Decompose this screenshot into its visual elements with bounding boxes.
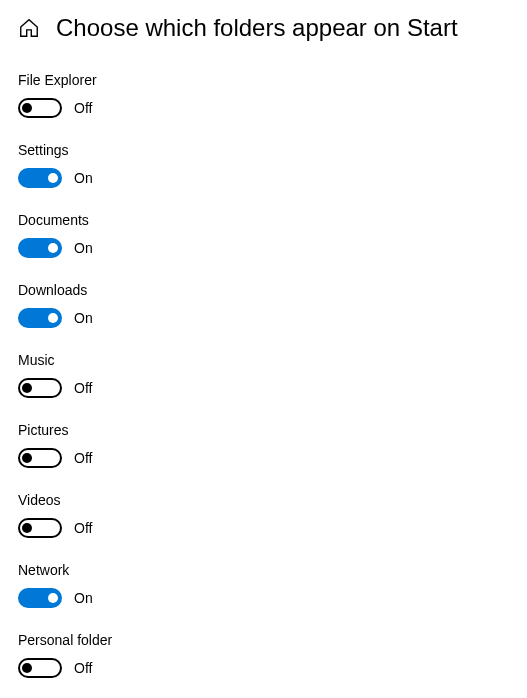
toggle-state-personal-folder: Off <box>74 660 92 676</box>
toggle-thumb <box>48 243 58 253</box>
toggle-thumb <box>22 663 32 673</box>
toggle-row-downloads: On <box>18 308 509 328</box>
toggle-thumb <box>22 383 32 393</box>
toggle-label-pictures: Pictures <box>18 422 509 438</box>
toggle-row-pictures: Off <box>18 448 509 468</box>
toggle-group-network: NetworkOn <box>18 562 509 608</box>
toggle-state-pictures: Off <box>74 450 92 466</box>
toggle-row-videos: Off <box>18 518 509 538</box>
toggle-switch-file-explorer[interactable] <box>18 98 62 118</box>
home-icon[interactable] <box>18 17 40 39</box>
toggle-label-music: Music <box>18 352 509 368</box>
toggle-group-settings: SettingsOn <box>18 142 509 188</box>
toggle-group-documents: DocumentsOn <box>18 212 509 258</box>
toggle-switch-music[interactable] <box>18 378 62 398</box>
toggle-group-music: MusicOff <box>18 352 509 398</box>
toggle-row-file-explorer: Off <box>18 98 509 118</box>
toggle-state-downloads: On <box>74 310 93 326</box>
toggle-thumb <box>22 523 32 533</box>
toggle-label-downloads: Downloads <box>18 282 509 298</box>
toggle-row-music: Off <box>18 378 509 398</box>
toggle-switch-pictures[interactable] <box>18 448 62 468</box>
toggle-state-music: Off <box>74 380 92 396</box>
page-title: Choose which folders appear on Start <box>56 14 458 42</box>
toggle-group-pictures: PicturesOff <box>18 422 509 468</box>
toggle-label-videos: Videos <box>18 492 509 508</box>
toggle-row-documents: On <box>18 238 509 258</box>
toggle-group-personal-folder: Personal folderOff <box>18 632 509 678</box>
toggle-thumb <box>48 593 58 603</box>
toggle-state-file-explorer: Off <box>74 100 92 116</box>
toggle-label-documents: Documents <box>18 212 509 228</box>
toggle-switch-documents[interactable] <box>18 238 62 258</box>
toggle-switch-settings[interactable] <box>18 168 62 188</box>
toggle-switch-downloads[interactable] <box>18 308 62 328</box>
toggle-group-file-explorer: File ExplorerOff <box>18 72 509 118</box>
toggle-switch-videos[interactable] <box>18 518 62 538</box>
toggle-label-personal-folder: Personal folder <box>18 632 509 648</box>
toggle-thumb <box>48 313 58 323</box>
toggle-thumb <box>22 453 32 463</box>
toggle-switch-network[interactable] <box>18 588 62 608</box>
toggle-group-videos: VideosOff <box>18 492 509 538</box>
header: Choose which folders appear on Start <box>0 0 527 52</box>
toggle-switch-personal-folder[interactable] <box>18 658 62 678</box>
toggle-group-downloads: DownloadsOn <box>18 282 509 328</box>
toggle-thumb <box>48 173 58 183</box>
toggle-list: File ExplorerOffSettingsOnDocumentsOnDow… <box>0 52 527 678</box>
toggle-label-file-explorer: File Explorer <box>18 72 509 88</box>
toggle-row-network: On <box>18 588 509 608</box>
toggle-row-settings: On <box>18 168 509 188</box>
toggle-state-settings: On <box>74 170 93 186</box>
toggle-state-videos: Off <box>74 520 92 536</box>
toggle-row-personal-folder: Off <box>18 658 509 678</box>
toggle-state-network: On <box>74 590 93 606</box>
toggle-state-documents: On <box>74 240 93 256</box>
toggle-thumb <box>22 103 32 113</box>
toggle-label-network: Network <box>18 562 509 578</box>
toggle-label-settings: Settings <box>18 142 509 158</box>
